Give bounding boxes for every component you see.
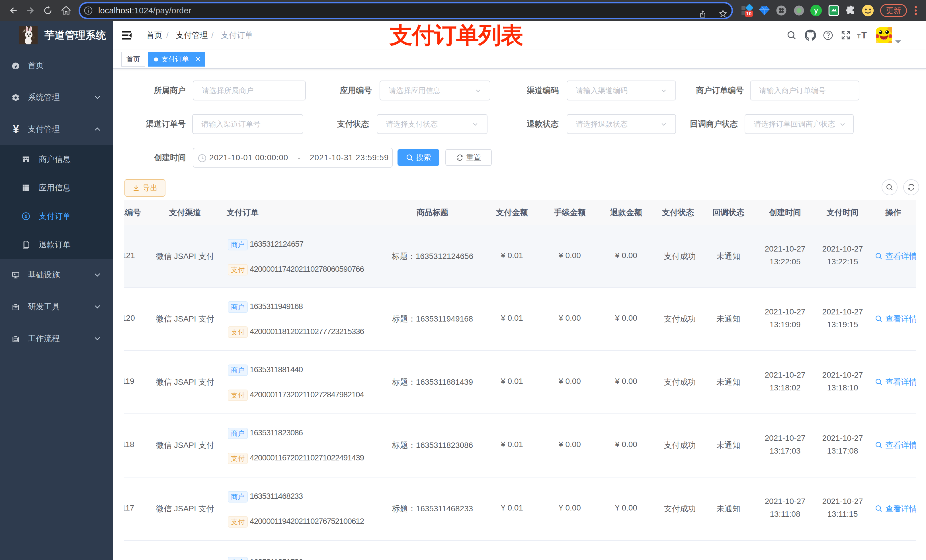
svg-text:y: y [814, 7, 818, 15]
svg-text:10: 10 [746, 11, 752, 17]
svg-text:T: T [861, 30, 867, 41]
svg-text:T: T [857, 33, 861, 39]
